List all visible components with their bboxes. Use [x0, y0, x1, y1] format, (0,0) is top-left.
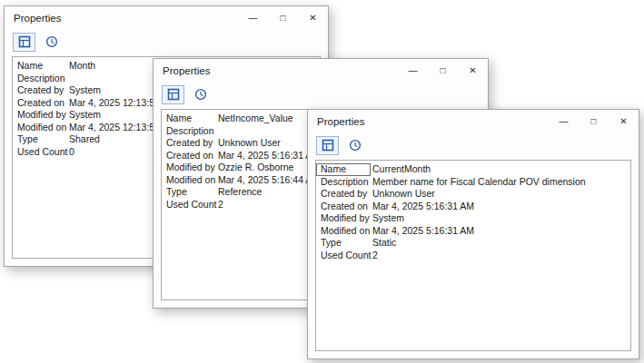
- toolbar: [154, 82, 488, 107]
- property-label[interactable]: Created by: [13, 84, 67, 97]
- desktop: Properties — □ ✕: [0, 0, 644, 363]
- property-label[interactable]: Modified by: [13, 109, 67, 122]
- history-button[interactable]: [40, 33, 63, 52]
- table-icon: [322, 139, 334, 152]
- close-button[interactable]: ✕: [609, 110, 639, 132]
- property-row: Type Static: [316, 237, 630, 250]
- window-title: Properties: [154, 65, 398, 76]
- minimize-button[interactable]: —: [549, 110, 579, 132]
- window-title: Properties: [308, 116, 549, 127]
- clock-icon: [45, 35, 58, 48]
- property-label[interactable]: Used Count: [13, 146, 67, 159]
- history-button[interactable]: [189, 85, 212, 104]
- titlebar[interactable]: Properties — □ ✕: [5, 6, 328, 29]
- property-value[interactable]: Mar 4, 2025 5:16:31 AM: [371, 201, 630, 213]
- window-controls: — □ ✕: [238, 6, 328, 29]
- property-value[interactable]: Unknown User: [371, 188, 630, 201]
- property-label[interactable]: Created by: [162, 137, 216, 150]
- property-row: Used Count 2: [316, 250, 630, 262]
- minimize-button[interactable]: —: [238, 6, 268, 29]
- window-controls: — □ ✕: [398, 59, 488, 82]
- property-label[interactable]: Created by: [316, 188, 371, 201]
- property-value[interactable]: System: [371, 212, 630, 225]
- property-row: Created by Unknown User: [316, 188, 630, 201]
- properties-view-button[interactable]: [162, 85, 184, 104]
- property-label[interactable]: Description: [316, 176, 371, 189]
- property-label[interactable]: Type: [13, 133, 67, 146]
- property-label[interactable]: Type: [162, 186, 216, 199]
- property-label[interactable]: Description: [162, 125, 216, 138]
- properties-window-3: Properties — □ ✕: [307, 109, 639, 359]
- properties-panel: Name CurrentMonth Description Member nam…: [315, 160, 631, 351]
- property-label[interactable]: Modified on: [316, 225, 371, 238]
- property-label[interactable]: Created on: [316, 201, 371, 213]
- window-title: Properties: [5, 13, 238, 24]
- table-icon: [167, 88, 180, 101]
- property-label[interactable]: Used Count: [316, 250, 371, 262]
- property-row: Name CurrentMonth: [316, 163, 630, 176]
- property-row: Created on Mar 4, 2025 5:16:31 AM: [316, 201, 630, 213]
- property-row: Modified on Mar 4, 2025 5:16:31 AM: [316, 225, 630, 238]
- close-button[interactable]: ✕: [298, 6, 328, 29]
- properties-view-button[interactable]: [316, 136, 339, 155]
- property-row: Modified by System: [316, 212, 630, 225]
- property-label[interactable]: Modified on: [162, 174, 216, 187]
- clock-icon: [194, 88, 207, 101]
- property-label[interactable]: Modified by: [162, 162, 216, 174]
- property-label[interactable]: Modified on: [13, 122, 67, 134]
- close-button[interactable]: ✕: [458, 59, 488, 82]
- property-row: Description Member name for Fiscal Calen…: [316, 176, 630, 189]
- toolbar: [308, 132, 639, 158]
- property-label[interactable]: Description: [13, 73, 67, 85]
- property-value[interactable]: 2: [371, 250, 630, 262]
- property-label[interactable]: Created on: [13, 97, 67, 110]
- property-value[interactable]: Static: [371, 237, 630, 250]
- table-icon: [18, 35, 31, 48]
- property-label[interactable]: Used Count: [162, 199, 216, 211]
- minimize-button[interactable]: —: [398, 59, 428, 82]
- toolbar: [5, 29, 328, 54]
- window-controls: — □ ✕: [549, 110, 639, 132]
- properties-view-button[interactable]: [13, 33, 35, 52]
- property-label[interactable]: Name: [316, 163, 371, 176]
- titlebar[interactable]: Properties — □ ✕: [308, 110, 639, 132]
- properties-grid: Name CurrentMonth Description Member nam…: [316, 163, 630, 261]
- titlebar[interactable]: Properties — □ ✕: [154, 59, 488, 82]
- clock-icon: [349, 139, 362, 152]
- maximize-button[interactable]: □: [268, 6, 298, 29]
- property-label[interactable]: Name: [162, 113, 216, 125]
- property-value[interactable]: CurrentMonth: [371, 163, 630, 176]
- property-label[interactable]: Name: [13, 60, 67, 73]
- history-button[interactable]: [343, 136, 366, 155]
- maximize-button[interactable]: □: [428, 59, 458, 82]
- property-label[interactable]: Modified by: [316, 212, 371, 225]
- property-label[interactable]: Type: [316, 237, 371, 250]
- maximize-button[interactable]: □: [579, 110, 609, 132]
- property-value[interactable]: Member name for Fiscal Calendar POV dime…: [371, 176, 630, 189]
- property-value[interactable]: Mar 4, 2025 5:16:31 AM: [371, 225, 630, 238]
- property-label[interactable]: Created on: [162, 150, 216, 162]
